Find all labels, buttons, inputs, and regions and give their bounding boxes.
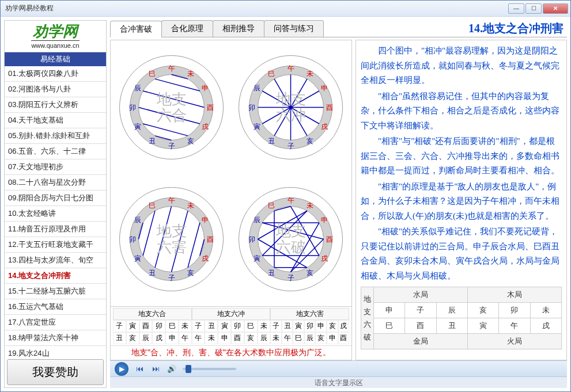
nav-item[interactable]: 18.纳甲筮法六亲十神: [5, 330, 106, 346]
svg-text:丑: 丑: [149, 269, 156, 277]
svg-text:卯: 卯: [248, 104, 255, 112]
paragraph: 四个图中，"相冲"最容易理解，因为这是阴阳之间此消彼长所造成，就如同春与秋、冬与…: [361, 44, 562, 88]
svg-text:地支: 地支: [156, 91, 187, 108]
svg-text:巳: 巳: [268, 70, 275, 78]
nav-item[interactable]: 04.天干地支基础: [5, 113, 106, 128]
svg-text:酉: 酉: [207, 104, 214, 112]
minimize-button[interactable]: —: [508, 3, 524, 14]
diagram-he: 子丑寅卯辰巳午未申酉戌亥 地支 六合: [115, 51, 228, 163]
svg-text:卯: 卯: [129, 235, 136, 243]
app-window: 劝学网易经教程 — ☐ ✕ 劝学网 www.quanxue.cn 易经基础 01…: [0, 0, 571, 392]
svg-text:寅: 寅: [134, 254, 141, 262]
nav-item[interactable]: 17.八宫定世应: [5, 315, 106, 330]
article[interactable]: 四个图中，"相冲"最容易理解，因为这是阴阳之间此消彼长所造成，就如同春与秋、冬与…: [356, 40, 567, 360]
nav-item[interactable]: 11.纳音五行原理及作用: [5, 222, 106, 237]
nav-item[interactable]: 03.阴阳五行大义辨析: [5, 97, 106, 113]
next-button[interactable]: ⏭: [150, 364, 161, 374]
svg-text:子: 子: [168, 142, 175, 150]
svg-text:六破: 六破: [276, 239, 306, 256]
svg-text:午: 午: [168, 64, 175, 73]
svg-text:酉: 酉: [326, 104, 333, 112]
six-po-table: 地支六破 水局木局 申子辰亥卯未 巳酉丑寅午戌 金局火局: [361, 287, 562, 349]
page-title: 14.地支之合冲刑害: [323, 21, 567, 36]
nav-list[interactable]: 01.太极两仪四象八卦02.河图洛书与八卦03.阴阳五行大义辨析04.天干地支基…: [5, 66, 106, 357]
window-controls: — ☐ ✕: [508, 3, 568, 14]
svg-text:亥: 亥: [187, 269, 194, 277]
table-title: 地支六冲: [192, 308, 271, 320]
svg-text:卯: 卯: [248, 235, 255, 243]
nav-item[interactable]: 16.五运六气基础: [5, 299, 106, 315]
footnote: 地支"合、冲、刑、害、破"在各大术数中应用极为广泛。: [111, 345, 351, 360]
diagram-column: 子丑寅卯辰巳午未申酉戌亥 地支 六合 子丑寅卯辰巳午未申酉戌亥 地支 六冲 子丑…: [110, 40, 352, 360]
nav-item[interactable]: 01.太极两仪四象八卦: [5, 66, 106, 82]
tabs: 合冲害破合化原理相刑推导问答与练习: [110, 20, 323, 37]
svg-text:丑: 丑: [149, 137, 156, 145]
svg-text:酉: 酉: [207, 235, 214, 243]
tab[interactable]: 相刑推导: [213, 20, 264, 37]
titlebar: 劝学网易经教程 — ☐ ✕: [1, 1, 570, 17]
svg-text:申: 申: [321, 84, 328, 92]
sponsor-button[interactable]: 我要赞助: [7, 359, 104, 385]
svg-text:巳: 巳: [149, 70, 156, 78]
close-button[interactable]: ✕: [543, 3, 568, 14]
svg-text:巳: 巳: [268, 201, 275, 210]
logo: 劝学网 www.quanxue.cn: [5, 21, 106, 52]
svg-text:酉: 酉: [326, 235, 333, 243]
nav-item[interactable]: 13.四柱与太岁流年、旬空: [5, 253, 106, 268]
volume-icon[interactable]: 🔊: [167, 364, 177, 374]
svg-text:戌: 戌: [321, 254, 328, 262]
sidebar: 劝学网 www.quanxue.cn 易经基础 01.太极两仪四象八卦02.河图…: [4, 20, 107, 388]
maximize-button[interactable]: ☐: [525, 3, 542, 14]
paragraph: "相害"与"相破"还有后面要讲的"相刑"，都是根据三合、三会、六合、六冲推导出来…: [361, 134, 562, 178]
table-title: 地支六合: [113, 308, 192, 320]
tab[interactable]: 合化原理: [161, 20, 213, 37]
nav-item[interactable]: 19.风水24山: [5, 346, 106, 357]
svg-text:六冲: 六冲: [276, 107, 306, 124]
svg-text:未: 未: [307, 70, 313, 78]
svg-text:戌: 戌: [202, 123, 209, 131]
volume-slider[interactable]: [183, 368, 236, 370]
tab[interactable]: 合冲害破: [110, 21, 162, 37]
top-row: 合冲害破合化原理相刑推导问答与练习 14.地支之合冲刑害: [110, 20, 567, 37]
svg-text:丑: 丑: [268, 137, 275, 145]
nav-header: 易经基础: [5, 52, 106, 66]
nav-item[interactable]: 08.二十八宿与星次分野: [5, 175, 106, 191]
nav-item[interactable]: 10.太玄经略讲: [5, 206, 106, 222]
svg-text:申: 申: [202, 84, 209, 92]
content-row: 子丑寅卯辰巳午未申酉戌亥 地支 六合 子丑寅卯辰巳午未申酉戌亥 地支 六冲 子丑…: [110, 37, 567, 360]
nav-item[interactable]: 06.五音、六乐、十二律: [5, 144, 106, 159]
svg-text:子: 子: [168, 274, 175, 282]
diagram-chong: 子丑寅卯辰巳午未申酉戌亥 地支 六冲: [235, 51, 347, 163]
svg-text:辰: 辰: [254, 216, 260, 224]
app-body: 劝学网 www.quanxue.cn 易经基础 01.太极两仪四象八卦02.河图…: [1, 17, 570, 391]
prev-button[interactable]: ⏮: [134, 364, 145, 374]
svg-text:申: 申: [202, 216, 209, 224]
paragraph: "相合"虽然很容易记住，但其中的内容最为复杂，什么条件下相合，相合之后是否成化，…: [361, 89, 562, 134]
nav-item[interactable]: 02.河图洛书与八卦: [5, 82, 106, 97]
diagram-po: 子丑寅卯辰巳午未申酉戌亥 地支 六破: [235, 183, 347, 295]
svg-text:地支: 地支: [275, 91, 306, 108]
table-title: 地支六害: [270, 308, 349, 320]
nav-item[interactable]: 09.阴阳合历与六日七分图: [5, 191, 106, 206]
nav-item[interactable]: 15.十二经脉与五腑六脏: [5, 284, 106, 299]
svg-text:戌: 戌: [202, 254, 209, 262]
svg-text:寅: 寅: [254, 254, 260, 262]
nav-item[interactable]: 14.地支之合冲刑害: [5, 268, 106, 284]
diagrams-grid: 子丑寅卯辰巳午未申酉戌亥 地支 六合 子丑寅卯辰巳午未申酉戌亥 地支 六冲 子丑…: [111, 40, 351, 306]
media-bar: ▶ ⏮ ⏭ 🔊: [110, 360, 567, 376]
logo-url: www.quanxue.cn: [31, 40, 79, 49]
svg-text:寅: 寅: [254, 123, 260, 131]
svg-text:辰: 辰: [134, 84, 141, 92]
svg-text:巳: 巳: [149, 201, 156, 210]
nav-item[interactable]: 12.干支五行旺衰地支藏干: [5, 237, 106, 253]
tab[interactable]: 问答与练习: [264, 20, 324, 37]
svg-text:亥: 亥: [307, 137, 313, 145]
svg-text:辰: 辰: [254, 84, 260, 92]
svg-text:子: 子: [288, 142, 294, 150]
nav-item[interactable]: 07.天文地理初步: [5, 159, 106, 175]
svg-text:亥: 亥: [307, 269, 313, 277]
nav-item[interactable]: 05.别卦.错卦.综卦和互卦: [5, 128, 106, 144]
svg-text:寅: 寅: [134, 123, 141, 131]
svg-text:丑: 丑: [268, 269, 275, 277]
play-button[interactable]: ▶: [115, 362, 128, 376]
